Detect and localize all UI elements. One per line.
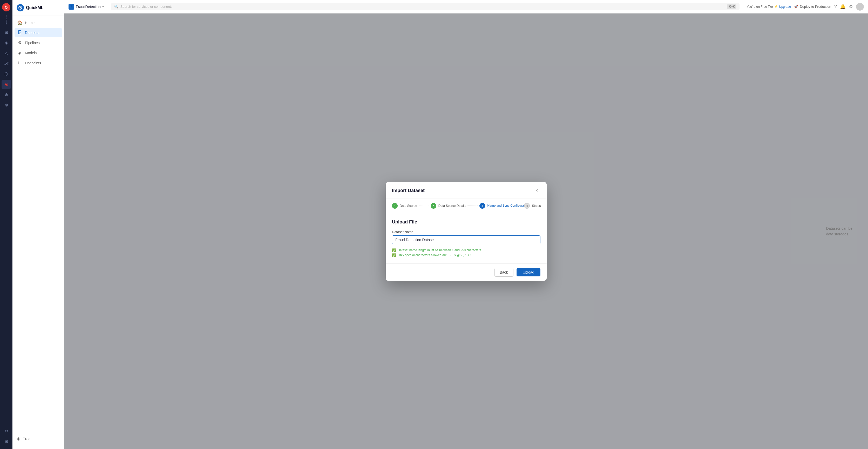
- validation-text-2: Only special characters allowed are _ - …: [398, 253, 471, 257]
- content-area: Datasets can be data storages. Import Da…: [64, 13, 868, 449]
- pipelines-icon: ⚙: [17, 40, 22, 45]
- lightning-icon: ⚡: [774, 5, 778, 8]
- step-connector-1: [419, 205, 429, 206]
- check-icon-2: ✅: [392, 253, 396, 257]
- validation-list: ✅ Dataset name length must be between 1 …: [392, 248, 540, 257]
- search-placeholder: Search for services or components: [120, 5, 173, 8]
- deploy-label: Deploy to Production: [800, 5, 831, 8]
- step-2-label: Data Source Details: [438, 204, 466, 207]
- create-button[interactable]: ⊕ Create: [17, 436, 60, 442]
- topnav: F FraudDetection ▾ 🔍 Search for services…: [64, 0, 868, 13]
- sidebar-item-pipelines-label: Pipelines: [25, 41, 40, 45]
- tier-text: You're on Free Tier: [747, 5, 773, 8]
- validation-item-1: ✅ Dataset name length must be between 1 …: [392, 248, 540, 252]
- models-icon: ◈: [17, 50, 22, 55]
- upgrade-link[interactable]: Upgrade: [779, 5, 791, 8]
- step-4-label: Status: [532, 204, 541, 207]
- dataset-name-label: Dataset Name: [392, 230, 540, 234]
- brand-icon: [17, 4, 24, 11]
- user-circle-icon[interactable]: ◉: [2, 80, 11, 89]
- step-connector-3: [512, 205, 523, 206]
- sidebar-item-home-label: Home: [25, 21, 34, 25]
- branch-icon[interactable]: ⎇: [2, 59, 11, 68]
- modal-footer: Back Upload: [386, 263, 547, 281]
- main-area: F FraudDetection ▾ 🔍 Search for services…: [64, 0, 868, 449]
- gear-icon[interactable]: ⚙: [849, 4, 853, 10]
- sidebar-item-pipelines[interactable]: ⚙ Pipelines: [14, 38, 62, 47]
- plus-icon: ⊕: [17, 436, 21, 442]
- sidebar-footer: ⊕ Create: [12, 432, 64, 445]
- step-4: 4 Status: [524, 203, 541, 209]
- modal-title: Import Dataset: [392, 188, 425, 193]
- sidebar-brand: QuickML: [12, 4, 64, 16]
- stepper: ✓ Data Source ✓ Data Source Details 3 Na…: [386, 199, 547, 213]
- datasets-icon: 🗄: [17, 30, 22, 35]
- sidebar-nav: 🏠 Home 🗄 Datasets ⚙ Pipelines ◈ Models ⊢…: [12, 18, 64, 68]
- sidebar-item-models[interactable]: ◈ Models: [14, 48, 62, 58]
- create-label: Create: [23, 437, 33, 441]
- sidebar-item-home[interactable]: 🏠 Home: [14, 18, 62, 28]
- home-icon: 🏠: [17, 20, 22, 25]
- avatar[interactable]: [856, 3, 864, 11]
- upload-button[interactable]: Upload: [517, 268, 540, 277]
- dataset-name-group: Dataset Name: [392, 230, 540, 244]
- search-bar[interactable]: 🔍 Search for services or components ⌘+K: [111, 3, 740, 10]
- step-2: ✓ Data Source Details: [431, 203, 466, 209]
- chevron-down-icon: ▾: [102, 5, 104, 8]
- sidebar-item-datasets[interactable]: 🗄 Datasets: [14, 28, 62, 37]
- topnav-right: You're on Free Tier ⚡ Upgrade 🚀 Deploy t…: [747, 3, 864, 11]
- back-button[interactable]: Back: [494, 268, 514, 277]
- step-1-icon: ✓: [392, 203, 398, 209]
- icon-rail: Q Services ⊞ ◈ △ ⎇ ⬡ ◉ ⊕ ⊚ ✂ ⊞: [0, 0, 12, 449]
- step-3-label: Name and Sync Configuration: [487, 204, 510, 208]
- project-icon: F: [68, 4, 74, 10]
- close-button[interactable]: ×: [533, 187, 540, 194]
- sidebar-item-endpoints-label: Endpoints: [25, 61, 41, 65]
- step-3: 3 Name and Sync Configuration: [479, 203, 510, 209]
- tools-icon[interactable]: ✂: [2, 426, 11, 436]
- settings3-icon[interactable]: ⊚: [2, 100, 11, 110]
- app-logo[interactable]: Q: [2, 3, 10, 11]
- search-shortcut: ⌘+K: [727, 4, 736, 9]
- step-2-icon: ✓: [431, 203, 436, 209]
- services-label: Services: [5, 14, 7, 25]
- chart-icon[interactable]: △: [2, 49, 11, 58]
- deploy-button[interactable]: 🚀 Deploy to Production: [794, 5, 831, 8]
- rocket-icon: 🚀: [794, 5, 798, 8]
- step-1: ✓ Data Source: [392, 203, 417, 209]
- sidebar-item-endpoints[interactable]: ⊢ Endpoints: [14, 58, 62, 68]
- validation-text-1: Dataset name length must be between 1 an…: [398, 248, 482, 252]
- section-title: Upload File: [392, 219, 540, 225]
- modal-body: Upload File Dataset Name ✅ Dataset name …: [386, 213, 547, 263]
- project-selector[interactable]: F FraudDetection ▾: [68, 4, 104, 10]
- brand-name: QuickML: [26, 5, 43, 10]
- help-icon[interactable]: ?: [834, 4, 837, 9]
- step-connector-2: [467, 205, 478, 206]
- sidebar-item-models-label: Models: [25, 51, 37, 55]
- dataset-name-input[interactable]: [392, 235, 540, 244]
- bell-icon[interactable]: 🔔: [840, 4, 846, 10]
- sidebar: QuickML 🏠 Home 🗄 Datasets ⚙ Pipelines ◈ …: [12, 0, 64, 449]
- modal-header: Import Dataset ×: [386, 182, 547, 199]
- check-icon-1: ✅: [392, 248, 396, 252]
- import-dataset-modal: Import Dataset × ✓ Data Source ✓ Data So…: [386, 182, 547, 281]
- tier-badge: You're on Free Tier ⚡ Upgrade: [747, 5, 791, 8]
- grid-icon[interactable]: ⊞: [2, 28, 11, 37]
- project-name: FraudDetection: [76, 5, 101, 9]
- apps-icon[interactable]: ⊞: [2, 437, 11, 446]
- search-icon: 🔍: [114, 5, 118, 8]
- modal-overlay: Import Dataset × ✓ Data Source ✓ Data So…: [64, 13, 868, 449]
- step-1-label: Data Source: [400, 204, 417, 207]
- globe-icon[interactable]: ⊕: [2, 90, 11, 99]
- endpoints-icon: ⊢: [17, 61, 22, 65]
- validation-item-2: ✅ Only special characters allowed are _ …: [392, 253, 540, 257]
- sidebar-item-datasets-label: Datasets: [25, 31, 39, 35]
- step-3-icon: 3: [479, 203, 485, 209]
- step-4-icon: 4: [524, 203, 530, 209]
- layers-icon[interactable]: ◈: [2, 38, 11, 47]
- deploy-icon2[interactable]: ⬡: [2, 69, 11, 78]
